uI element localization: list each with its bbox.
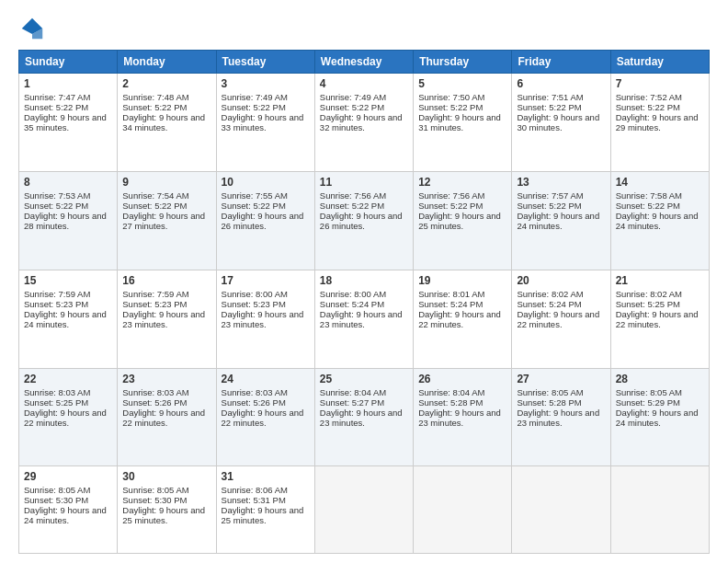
sunrise-text: Sunrise: 7:49 AM (320, 92, 408, 102)
daylight-text: Daylight: 9 hours and 32 minutes. (320, 112, 408, 132)
daylight-text: Daylight: 9 hours and 22 minutes. (122, 408, 210, 428)
calendar-cell: 24Sunrise: 8:03 AMSunset: 5:26 PMDayligh… (216, 368, 314, 466)
day-number: 29 (24, 470, 112, 483)
sunset-text: Sunset: 5:28 PM (418, 397, 506, 408)
calendar-page: SundayMondayTuesdayWednesdayThursdayFrid… (0, 0, 728, 563)
calendar-cell: 18Sunrise: 8:00 AMSunset: 5:24 PMDayligh… (314, 270, 413, 368)
sunset-text: Sunset: 5:22 PM (320, 102, 408, 112)
daylight-text: Daylight: 9 hours and 25 minutes. (418, 211, 506, 231)
header-sunday: Sunday (19, 51, 118, 74)
sunrise-text: Sunrise: 8:05 AM (616, 387, 704, 397)
sunrise-text: Sunrise: 7:54 AM (122, 190, 210, 201)
day-number: 25 (320, 373, 408, 385)
calendar-cell: 5Sunrise: 7:50 AMSunset: 5:22 PMDaylight… (414, 74, 512, 172)
daylight-text: Daylight: 9 hours and 24 minutes. (517, 211, 605, 231)
header-monday: Monday (118, 51, 216, 74)
calendar-cell: 14Sunrise: 7:58 AMSunset: 5:22 PMDayligh… (610, 171, 709, 270)
day-number: 13 (517, 176, 605, 189)
day-number: 2 (122, 77, 210, 90)
day-number: 8 (24, 176, 112, 189)
sunrise-text: Sunrise: 8:03 AM (24, 387, 112, 397)
day-number: 21 (616, 274, 704, 287)
sunrise-text: Sunrise: 8:05 AM (122, 485, 210, 495)
week-row-3: 15Sunrise: 7:59 AMSunset: 5:23 PMDayligh… (19, 270, 710, 368)
day-number: 20 (517, 274, 605, 287)
sunset-text: Sunset: 5:24 PM (418, 299, 506, 309)
daylight-text: Daylight: 9 hours and 34 minutes. (122, 112, 210, 132)
day-number: 11 (320, 176, 408, 189)
daylight-text: Daylight: 9 hours and 24 minutes. (24, 505, 112, 525)
daylight-text: Daylight: 9 hours and 33 minutes. (222, 112, 310, 132)
day-number: 23 (122, 373, 210, 385)
sunrise-text: Sunrise: 7:55 AM (222, 190, 310, 201)
sunrise-text: Sunrise: 8:05 AM (24, 485, 112, 495)
week-row-4: 22Sunrise: 8:03 AMSunset: 5:25 PMDayligh… (19, 368, 710, 466)
calendar-cell: 13Sunrise: 7:57 AMSunset: 5:22 PMDayligh… (512, 171, 610, 270)
sunset-text: Sunset: 5:22 PM (418, 102, 506, 112)
calendar-cell: 3Sunrise: 7:49 AMSunset: 5:22 PMDaylight… (216, 74, 314, 172)
sunset-text: Sunset: 5:22 PM (517, 102, 605, 112)
sunrise-text: Sunrise: 7:49 AM (222, 92, 310, 102)
sunset-text: Sunset: 5:31 PM (222, 495, 310, 505)
sunset-text: Sunset: 5:28 PM (517, 397, 605, 408)
calendar-cell (610, 466, 709, 554)
sunrise-text: Sunrise: 7:58 AM (616, 190, 704, 201)
calendar-cell: 19Sunrise: 8:01 AMSunset: 5:24 PMDayligh… (414, 270, 512, 368)
sunset-text: Sunset: 5:25 PM (24, 397, 112, 408)
sunset-text: Sunset: 5:22 PM (122, 102, 210, 112)
daylight-text: Daylight: 9 hours and 25 minutes. (222, 505, 310, 525)
calendar-cell (314, 466, 413, 554)
sunset-text: Sunset: 5:23 PM (24, 299, 112, 309)
daylight-text: Daylight: 9 hours and 23 minutes. (222, 309, 310, 329)
sunrise-text: Sunrise: 8:01 AM (418, 289, 506, 299)
day-number: 19 (418, 274, 506, 287)
sunset-text: Sunset: 5:22 PM (222, 102, 310, 112)
day-number: 1 (24, 77, 112, 90)
header-saturday: Saturday (610, 51, 709, 74)
sunrise-text: Sunrise: 7:56 AM (320, 190, 408, 201)
calendar-cell: 12Sunrise: 7:56 AMSunset: 5:22 PMDayligh… (414, 171, 512, 270)
sunset-text: Sunset: 5:23 PM (222, 299, 310, 309)
calendar-cell: 27Sunrise: 8:05 AMSunset: 5:28 PMDayligh… (512, 368, 610, 466)
calendar-cell: 11Sunrise: 7:56 AMSunset: 5:22 PMDayligh… (314, 171, 413, 270)
sunrise-text: Sunrise: 7:52 AM (616, 92, 704, 102)
sunset-text: Sunset: 5:22 PM (122, 201, 210, 211)
daylight-text: Daylight: 9 hours and 22 minutes. (418, 309, 506, 329)
day-number: 26 (418, 373, 506, 385)
week-row-2: 8Sunrise: 7:53 AMSunset: 5:22 PMDaylight… (19, 171, 710, 270)
daylight-text: Daylight: 9 hours and 22 minutes. (24, 408, 112, 428)
daylight-text: Daylight: 9 hours and 29 minutes. (616, 112, 704, 132)
page-header (18, 15, 710, 42)
sunrise-text: Sunrise: 7:59 AM (122, 289, 210, 299)
calendar-cell: 20Sunrise: 8:02 AMSunset: 5:24 PMDayligh… (512, 270, 610, 368)
calendar-cell: 30Sunrise: 8:05 AMSunset: 5:30 PMDayligh… (118, 466, 216, 554)
day-number: 15 (24, 274, 112, 287)
header-row: SundayMondayTuesdayWednesdayThursdayFrid… (19, 51, 710, 74)
sunset-text: Sunset: 5:23 PM (122, 299, 210, 309)
daylight-text: Daylight: 9 hours and 35 minutes. (24, 112, 112, 132)
sunrise-text: Sunrise: 7:50 AM (418, 92, 506, 102)
calendar-cell: 4Sunrise: 7:49 AMSunset: 5:22 PMDaylight… (314, 74, 413, 172)
sunset-text: Sunset: 5:22 PM (517, 201, 605, 211)
header-tuesday: Tuesday (216, 51, 314, 74)
sunset-text: Sunset: 5:27 PM (320, 397, 408, 408)
day-number: 24 (222, 373, 310, 385)
sunset-text: Sunset: 5:24 PM (320, 299, 408, 309)
sunrise-text: Sunrise: 8:05 AM (517, 387, 605, 397)
sunrise-text: Sunrise: 8:02 AM (616, 289, 704, 299)
calendar-table: SundayMondayTuesdayWednesdayThursdayFrid… (18, 50, 710, 554)
sunset-text: Sunset: 5:22 PM (222, 201, 310, 211)
sunrise-text: Sunrise: 8:03 AM (122, 387, 210, 397)
logo (18, 15, 50, 42)
sunrise-text: Sunrise: 7:51 AM (517, 92, 605, 102)
calendar-cell: 23Sunrise: 8:03 AMSunset: 5:26 PMDayligh… (118, 368, 216, 466)
calendar-cell: 10Sunrise: 7:55 AMSunset: 5:22 PMDayligh… (216, 171, 314, 270)
day-number: 14 (616, 176, 704, 189)
calendar-cell: 17Sunrise: 8:00 AMSunset: 5:23 PMDayligh… (216, 270, 314, 368)
sunrise-text: Sunrise: 8:04 AM (418, 387, 506, 397)
calendar-cell (512, 466, 610, 554)
daylight-text: Daylight: 9 hours and 23 minutes. (320, 408, 408, 428)
calendar-cell: 16Sunrise: 7:59 AMSunset: 5:23 PMDayligh… (118, 270, 216, 368)
daylight-text: Daylight: 9 hours and 31 minutes. (418, 112, 506, 132)
logo-icon (18, 15, 46, 42)
